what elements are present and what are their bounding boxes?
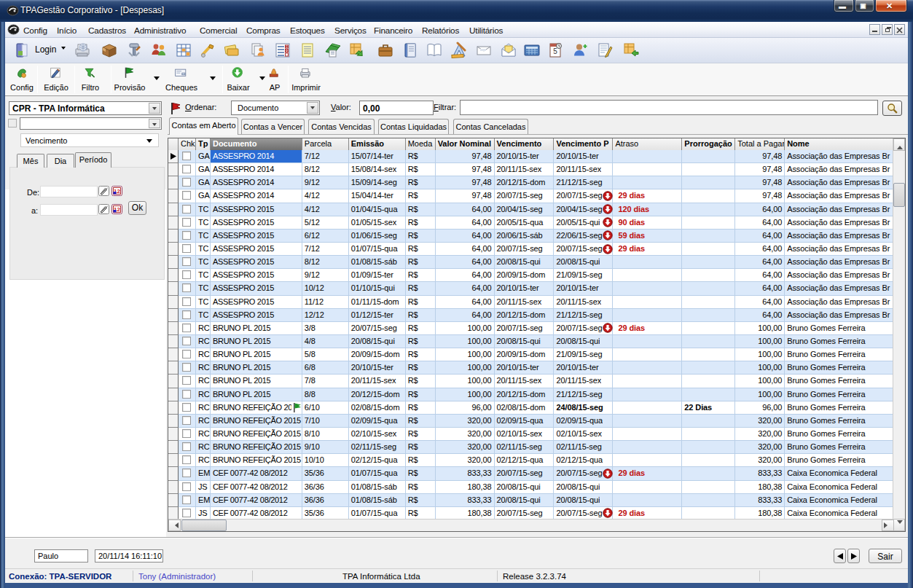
svg-text:5: 5 xyxy=(553,47,557,55)
